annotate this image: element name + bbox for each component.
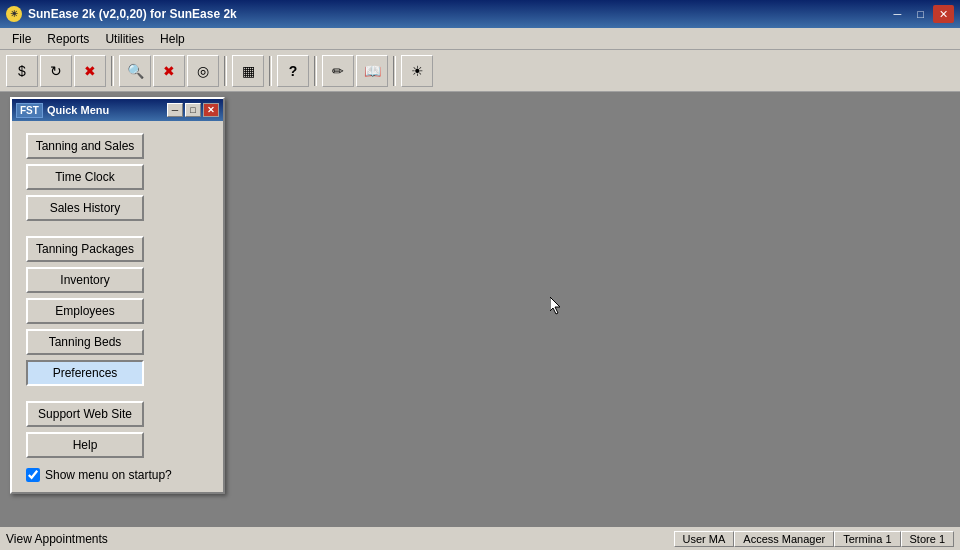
toolbar: $ ↻ ✖ 🔍 ✖ ◎ ▦ ? ✏ 📖 ☀ (0, 50, 960, 92)
quick-menu-tag: FST (16, 103, 43, 118)
toolbar-edit-btn[interactable]: ✏ (322, 55, 354, 87)
toolbar-sun-btn[interactable]: ☀ (401, 55, 433, 87)
minimize-button[interactable]: ─ (887, 5, 908, 23)
status-terminal: Termina 1 (834, 531, 900, 547)
maximize-button[interactable]: □ (910, 5, 931, 23)
quick-menu-title: Quick Menu (47, 104, 109, 116)
quick-menu-maximize-btn[interactable]: □ (185, 103, 201, 117)
toolbar-separator-4 (314, 56, 317, 86)
quick-menu-dialog: FST Quick Menu ─ □ ✕ Tanning and Sales T… (10, 97, 225, 494)
toolbar-book-btn[interactable]: 📖 (356, 55, 388, 87)
title-bar-left: ☀ SunEase 2k (v2,0,20) for SunEase 2k (6, 6, 237, 22)
toolbar-target-btn[interactable]: ◎ (187, 55, 219, 87)
btn-time-clock[interactable]: Time Clock (26, 164, 144, 190)
toolbar-grid-btn[interactable]: ▦ (232, 55, 264, 87)
toolbar-delete-btn[interactable]: ✖ (74, 55, 106, 87)
toolbar-search-btn[interactable]: 🔍 (119, 55, 151, 87)
show-menu-row: Show menu on startup? (26, 468, 209, 482)
menu-utilities[interactable]: Utilities (97, 30, 152, 48)
title-bar: ☀ SunEase 2k (v2,0,20) for SunEase 2k ─ … (0, 0, 960, 28)
title-bar-controls: ─ □ ✕ (887, 5, 954, 23)
status-text: View Appointments (6, 532, 674, 546)
status-user: User MA (674, 531, 735, 547)
btn-employees[interactable]: Employees (26, 298, 144, 324)
toolbar-separator-5 (393, 56, 396, 86)
status-store: Store 1 (901, 531, 954, 547)
quick-menu-title-left: FST Quick Menu (16, 103, 109, 118)
menu-reports[interactable]: Reports (39, 30, 97, 48)
app-icon: ☀ (6, 6, 22, 22)
btn-tanning-sales[interactable]: Tanning and Sales (26, 133, 144, 159)
quick-menu-close-btn[interactable]: ✕ (203, 103, 219, 117)
menu-help[interactable]: Help (152, 30, 193, 48)
toolbar-star-btn[interactable]: ✖ (153, 55, 185, 87)
btn-support-web[interactable]: Support Web Site (26, 401, 144, 427)
status-bar: View Appointments User MA Access Manager… (0, 526, 960, 550)
qm-sep-2 (26, 391, 209, 396)
title-text: SunEase 2k (v2,0,20) for SunEase 2k (28, 7, 237, 21)
btn-sales-history[interactable]: Sales History (26, 195, 144, 221)
btn-preferences[interactable]: Preferences (26, 360, 144, 386)
quick-menu-body: Tanning and Sales Time Clock Sales Histo… (12, 121, 223, 492)
toolbar-separator-3 (269, 56, 272, 86)
toolbar-question-btn[interactable]: ? (277, 55, 309, 87)
workspace: FST Quick Menu ─ □ ✕ Tanning and Sales T… (0, 92, 960, 526)
toolbar-separator-2 (224, 56, 227, 86)
toolbar-dollar-btn[interactable]: $ (6, 55, 38, 87)
menu-bar: File Reports Utilities Help (0, 28, 960, 50)
btn-tanning-packages[interactable]: Tanning Packages (26, 236, 144, 262)
qm-sep-1 (26, 226, 209, 231)
btn-inventory[interactable]: Inventory (26, 267, 144, 293)
cursor-indicator (550, 297, 562, 315)
show-menu-label[interactable]: Show menu on startup? (45, 468, 172, 482)
btn-tanning-beds[interactable]: Tanning Beds (26, 329, 144, 355)
close-button[interactable]: ✕ (933, 5, 954, 23)
quick-menu-window-controls: ─ □ ✕ (167, 103, 219, 117)
show-menu-checkbox[interactable] (26, 468, 40, 482)
quick-menu-minimize-btn[interactable]: ─ (167, 103, 183, 117)
toolbar-separator-1 (111, 56, 114, 86)
menu-file[interactable]: File (4, 30, 39, 48)
btn-help[interactable]: Help (26, 432, 144, 458)
toolbar-refresh-btn[interactable]: ↻ (40, 55, 72, 87)
quick-menu-titlebar: FST Quick Menu ─ □ ✕ (12, 99, 223, 121)
svg-marker-0 (550, 297, 560, 314)
status-access: Access Manager (734, 531, 834, 547)
status-panels: User MA Access Manager Termina 1 Store 1 (674, 531, 954, 547)
